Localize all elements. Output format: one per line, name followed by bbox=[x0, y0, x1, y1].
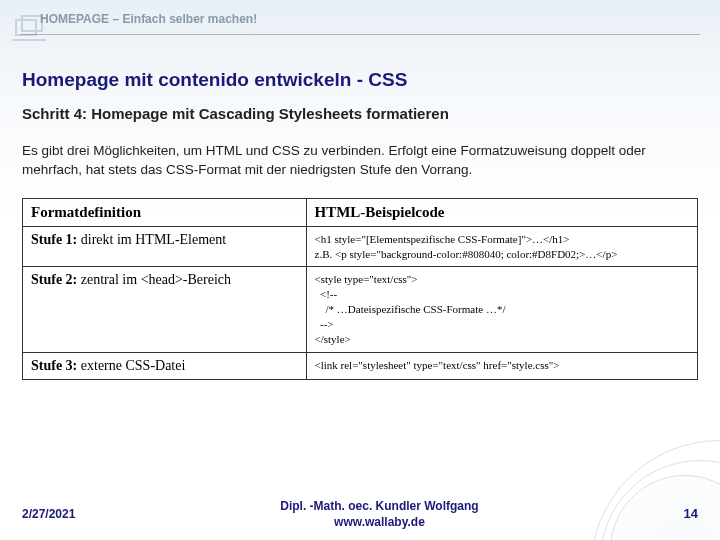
format-table: Formatdefinition HTML-Beispielcode Stufe… bbox=[22, 198, 698, 380]
table-header-col1: Formatdefinition bbox=[23, 198, 307, 226]
table-header-row: Formatdefinition HTML-Beispielcode bbox=[23, 198, 698, 226]
table-cell-label: Stufe 2: zentral im <head>-Bereich bbox=[23, 267, 307, 352]
svg-rect-1 bbox=[22, 16, 42, 31]
content-area: Homepage mit contenido entwickeln - CSS … bbox=[0, 35, 720, 380]
footer: 2/27/2021 Dipl. -Math. oec. Kundler Wolf… bbox=[0, 498, 720, 530]
table-header-col2: HTML-Beispielcode bbox=[306, 198, 698, 226]
footer-date: 2/27/2021 bbox=[22, 507, 75, 521]
table-cell-code: <h1 style="[Elementspezifische CSS-Forma… bbox=[306, 226, 698, 267]
header-tagline: HOMEPAGE – Einfach selber machen! bbox=[0, 0, 720, 26]
table-cell-code: <link rel="stylesheet" type="text/css" h… bbox=[306, 352, 698, 379]
table-row: Stufe 2: zentral im <head>-Bereich <styl… bbox=[23, 267, 698, 352]
page-title: Homepage mit contenido entwickeln - CSS bbox=[22, 69, 698, 91]
table-cell-label: Stufe 3: externe CSS-Datei bbox=[23, 352, 307, 379]
table-cell-code: <style type="text/css"> <!-- /* …Dateisp… bbox=[306, 267, 698, 352]
table-row: Stufe 3: externe CSS-Datei <link rel="st… bbox=[23, 352, 698, 379]
footer-page-number: 14 bbox=[684, 506, 698, 521]
table-cell-label: Stufe 1: direkt im HTML-Element bbox=[23, 226, 307, 267]
svg-rect-0 bbox=[16, 20, 36, 35]
footer-author: Dipl. -Math. oec. Kundler Wolfgangwww.wa… bbox=[280, 498, 478, 530]
table-row: Stufe 1: direkt im HTML-Element <h1 styl… bbox=[23, 226, 698, 267]
logo-watermark bbox=[10, 14, 50, 44]
page-subtitle: Schritt 4: Homepage mit Cascading Styles… bbox=[22, 105, 698, 122]
intro-paragraph: Es gibt drei Möglichkeiten, um HTML und … bbox=[22, 142, 698, 180]
